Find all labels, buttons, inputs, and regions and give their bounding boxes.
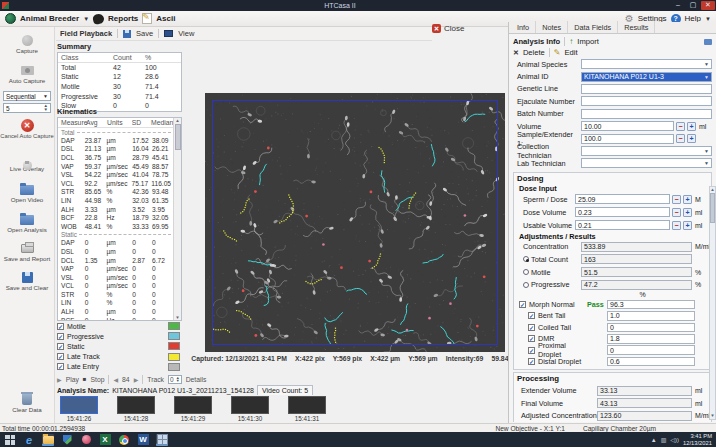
- collection-technician-select[interactable]: ▼: [581, 146, 712, 156]
- checkbox-icon[interactable]: ✓: [528, 312, 535, 319]
- thumbnail-image[interactable]: [288, 396, 326, 414]
- track-stepper-arrows-icon[interactable]: ▲▼: [176, 376, 180, 383]
- morph-value-input[interactable]: 0: [607, 323, 695, 333]
- capture-button[interactable]: Capture: [0, 34, 55, 55]
- panel-tab[interactable]: Info: [511, 21, 536, 33]
- volume-input[interactable]: 10.00: [581, 121, 674, 131]
- details-button[interactable]: Details: [186, 376, 207, 383]
- checkbox-icon[interactable]: ✓: [57, 363, 64, 370]
- chevron-down-icon[interactable]: ▼: [83, 16, 89, 22]
- volume-icon[interactable]: ◁)): [670, 436, 679, 443]
- sperm-dose-input[interactable]: 25.09: [575, 194, 670, 204]
- animal-id-select[interactable]: KITANOHANA P012 U1-3▼: [581, 72, 712, 82]
- total-count-radio[interactable]: [523, 256, 529, 262]
- legend-item[interactable]: ✓ Progressive: [57, 331, 182, 341]
- dose-volume-decrement-button[interactable]: −: [672, 208, 681, 217]
- morph-value-input[interactable]: 96.3: [607, 300, 695, 310]
- delete-button[interactable]: Delete: [523, 48, 545, 57]
- checkbox-icon[interactable]: ✓: [57, 353, 64, 360]
- close-window-button[interactable]: ✕: [701, 1, 715, 10]
- edit-button[interactable]: Edit: [565, 48, 578, 57]
- video-thumbnail[interactable]: 15:41:29: [174, 396, 212, 422]
- progressive-radio[interactable]: [523, 282, 529, 288]
- pin-icon[interactable]: [704, 39, 712, 45]
- stepper-arrows-icon[interactable]: ▲▼: [44, 104, 48, 112]
- cancel-auto-capture-button[interactable]: ✕ Cancel Auto Capture: [0, 119, 55, 140]
- genetic-line-input[interactable]: [581, 84, 712, 94]
- legend-item[interactable]: ✓ Static: [57, 341, 182, 351]
- morph-value-input[interactable]: 1.8: [607, 334, 695, 344]
- panel-tab[interactable]: Data Fields: [568, 21, 618, 33]
- checkbox-icon[interactable]: ✓: [57, 343, 64, 350]
- prev-frame-icon[interactable]: ◀: [113, 376, 118, 383]
- taskbar-ie-button[interactable]: e: [23, 434, 35, 446]
- taskbar-explorer-button[interactable]: [42, 434, 54, 446]
- live-overlay-button[interactable]: Live Overlay: [0, 152, 55, 173]
- play-button[interactable]: Play: [66, 376, 79, 383]
- thumbnail-image[interactable]: [174, 396, 212, 414]
- taskbar-excel-button[interactable]: X: [99, 434, 111, 446]
- morph-value-input[interactable]: 0: [607, 345, 695, 355]
- maximize-button[interactable]: ▢: [686, 1, 700, 10]
- legend-item[interactable]: ✓ Late Track: [57, 352, 182, 362]
- usable-volume-decrement-button[interactable]: −: [672, 221, 681, 230]
- kinematics-scrollbar[interactable]: ▲▼: [173, 118, 181, 320]
- reports-button[interactable]: Reports: [108, 14, 138, 23]
- morph-value-input[interactable]: 0.6: [607, 357, 695, 367]
- dose-volume-increment-button[interactable]: +: [683, 208, 692, 217]
- thumbnail-image[interactable]: [117, 396, 155, 414]
- open-video-button[interactable]: Open Video: [0, 183, 55, 204]
- help-chevron-icon[interactable]: ▼: [705, 16, 711, 22]
- volume-decrement-button[interactable]: −: [676, 122, 685, 131]
- taskbar-antivirus-button[interactable]: [80, 434, 92, 446]
- close-panel-button[interactable]: ✕ Close: [432, 24, 464, 33]
- lab-technician-select[interactable]: ▼: [581, 158, 712, 168]
- clear-data-button[interactable]: Clear Data: [0, 393, 55, 414]
- checkbox-icon[interactable]: ✓: [528, 324, 535, 331]
- sperm-dose-increment-button[interactable]: +: [683, 195, 692, 204]
- view-button[interactable]: View: [178, 29, 194, 38]
- ejaculate-number-input[interactable]: [581, 96, 712, 106]
- thumbnail-image[interactable]: [231, 396, 269, 414]
- morph-value-input[interactable]: 1.0: [607, 311, 695, 321]
- open-analysis-button[interactable]: Open Analysis: [0, 213, 55, 234]
- animal-species-select[interactable]: ▼: [581, 59, 712, 69]
- checkbox-icon[interactable]: ✓: [519, 301, 526, 308]
- taskbar-clock[interactable]: 3:41 PM 12/13/2021: [683, 433, 712, 446]
- track-stepper[interactable]: 0 ▲▼: [168, 375, 182, 384]
- video-thumbnail[interactable]: 15:41:30: [231, 396, 269, 422]
- capture-count-stepper[interactable]: 5 ▲▼: [3, 103, 51, 113]
- checkbox-icon[interactable]: ✓: [57, 333, 64, 340]
- sample-extender-increment-button[interactable]: +: [687, 134, 696, 143]
- sperm-dose-decrement-button[interactable]: −: [672, 195, 681, 204]
- animal-breeder-menu[interactable]: Animal Breeder: [20, 14, 79, 23]
- panel-tab[interactable]: Results: [618, 21, 655, 33]
- volume-increment-button[interactable]: +: [687, 122, 696, 131]
- checkbox-icon[interactable]: ✓: [528, 358, 535, 365]
- save-and-clear-button[interactable]: Save and Clear: [0, 271, 55, 292]
- minimize-button[interactable]: –: [671, 1, 685, 10]
- legend-item[interactable]: ✓ Late Entry: [57, 362, 182, 372]
- sample-extender-decrement-button[interactable]: −: [676, 134, 685, 143]
- taskbar-security-button[interactable]: [61, 434, 73, 446]
- checkbox-icon[interactable]: ✓: [528, 335, 535, 342]
- batch-number-input[interactable]: [581, 109, 712, 119]
- tray-up-icon[interactable]: ▲: [651, 437, 657, 443]
- ascii-button[interactable]: Ascii: [156, 14, 175, 23]
- legend-item[interactable]: ✓ Motile: [57, 321, 182, 331]
- save-button[interactable]: Save: [136, 29, 153, 38]
- sample-extender-input[interactable]: 100.0: [581, 134, 674, 144]
- taskbar-htcasa-button[interactable]: [156, 434, 168, 446]
- checkbox-icon[interactable]: ✓: [57, 323, 64, 330]
- microscopy-image[interactable]: [205, 93, 505, 352]
- start-button[interactable]: [4, 434, 16, 446]
- next-frame-icon[interactable]: ▶: [134, 376, 139, 383]
- save-and-report-button[interactable]: Save and Report: [0, 242, 55, 263]
- panel-tab[interactable]: Notes: [536, 21, 568, 33]
- taskbar-word-button[interactable]: W: [137, 434, 149, 446]
- network-icon[interactable]: ▥: [661, 436, 667, 443]
- video-thumbnail[interactable]: 15:41:28: [117, 396, 155, 422]
- dose-volume-input[interactable]: 0.23: [575, 207, 670, 217]
- stop-button[interactable]: Stop: [90, 376, 104, 383]
- capture-mode-select[interactable]: Sequential ▼: [3, 91, 51, 101]
